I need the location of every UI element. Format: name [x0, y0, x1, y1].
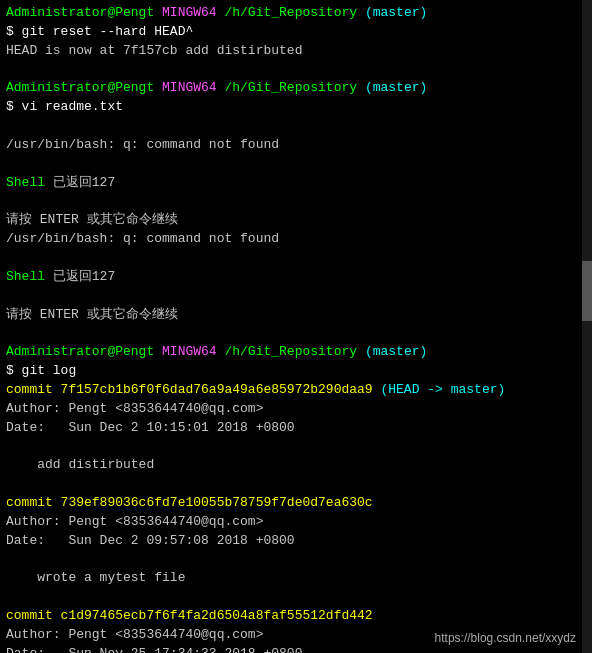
- terminal-text: /usr/bin/bash: q: command not found: [6, 231, 279, 246]
- terminal-text: Author: Pengt <8353644740@qq.com>: [6, 514, 263, 529]
- terminal-text: MINGW64: [162, 5, 217, 20]
- terminal-text: Shell: [6, 175, 53, 190]
- scrollbar-thumb[interactable]: [582, 261, 592, 321]
- terminal-line: add distirbuted: [6, 456, 586, 475]
- terminal-line: HEAD is now at 7f157cb add distirbuted: [6, 42, 586, 61]
- terminal-text: commit c1d97465ecb7f6f4fa2d6504a8faf5551…: [6, 608, 373, 623]
- terminal-text: (master): [365, 80, 427, 95]
- terminal-text: (master): [365, 344, 427, 359]
- terminal-text: Administrator@Pengt: [6, 80, 162, 95]
- terminal-text: 已返回127: [53, 269, 115, 284]
- terminal-text: Date: Sun Dec 2 10:15:01 2018 +0800: [6, 420, 295, 435]
- terminal-line: /usr/bin/bash: q: command not found: [6, 230, 586, 249]
- terminal-line: commit 7f157cb1b6f0f6dad76a9a49a6e85972b…: [6, 381, 586, 400]
- terminal-line: Shell 已返回127: [6, 268, 586, 287]
- terminal-line: wrote a mytest file: [6, 569, 586, 588]
- watermark: https://blog.csdn.net/xxydz: [435, 631, 576, 645]
- terminal-line: [6, 249, 586, 268]
- terminal-text: commit 739ef89036c6fd7e10055b78759f7de0d…: [6, 495, 373, 510]
- terminal-text: $ git log: [6, 363, 76, 378]
- terminal-text: MINGW64: [162, 344, 217, 359]
- terminal-line: $ vi readme.txt: [6, 98, 586, 117]
- terminal-line: commit c1d97465ecb7f6f4fa2d6504a8faf5551…: [6, 607, 586, 626]
- terminal-text: Administrator@Pengt: [6, 5, 162, 20]
- terminal-line: Date: Sun Nov 25 17:34:33 2018 +0800: [6, 645, 586, 653]
- terminal-line: Author: Pengt <8353644740@qq.com>: [6, 400, 586, 419]
- terminal-text: commit 7f157cb1b6f0f6dad76a9a49a6e85972b…: [6, 382, 380, 397]
- terminal-text: wrote a mytest file: [6, 570, 185, 585]
- terminal-text: /usr/bin/bash: q: command not found: [6, 137, 279, 152]
- terminal-line: [6, 192, 586, 211]
- terminal-text: /h/Git_Repository: [217, 5, 365, 20]
- terminal-line: commit 739ef89036c6fd7e10055b78759f7de0d…: [6, 494, 586, 513]
- terminal-line: 请按 ENTER 或其它命令继续: [6, 211, 586, 230]
- terminal-text: Shell: [6, 269, 53, 284]
- terminal-text: /h/Git_Repository: [217, 80, 365, 95]
- terminal-text: 请按 ENTER 或其它命令继续: [6, 307, 178, 322]
- terminal-text: (HEAD -> master): [380, 382, 505, 397]
- terminal-text: MINGW64: [162, 80, 217, 95]
- terminal-text: $ git reset --hard HEAD^: [6, 24, 193, 39]
- terminal-line: Administrator@Pengt MINGW64 /h/Git_Repos…: [6, 79, 586, 98]
- terminal-text: Date: Sun Dec 2 09:57:08 2018 +0800: [6, 533, 295, 548]
- terminal-text: /h/Git_Repository: [217, 344, 365, 359]
- terminal-line: Administrator@Pengt MINGW64 /h/Git_Repos…: [6, 4, 586, 23]
- terminal-text: Administrator@Pengt: [6, 344, 162, 359]
- terminal-line: Date: Sun Dec 2 10:15:01 2018 +0800: [6, 419, 586, 438]
- terminal-line: [6, 324, 586, 343]
- terminal-text: (master): [365, 5, 427, 20]
- terminal-text: 已返回127: [53, 175, 115, 190]
- terminal-line: [6, 588, 586, 607]
- terminal-line: Administrator@Pengt MINGW64 /h/Git_Repos…: [6, 343, 586, 362]
- terminal-line: $ git reset --hard HEAD^: [6, 23, 586, 42]
- terminal-line: [6, 61, 586, 80]
- scrollbar[interactable]: [582, 0, 592, 653]
- terminal-text: $ vi readme.txt: [6, 99, 123, 114]
- terminal: Administrator@Pengt MINGW64 /h/Git_Repos…: [0, 0, 592, 653]
- terminal-line: [6, 550, 586, 569]
- terminal-line: [6, 437, 586, 456]
- terminal-line: [6, 155, 586, 174]
- terminal-line: Shell 已返回127: [6, 174, 586, 193]
- terminal-line: /usr/bin/bash: q: command not found: [6, 136, 586, 155]
- terminal-text: 请按 ENTER 或其它命令继续: [6, 212, 178, 227]
- terminal-text: Author: Pengt <8353644740@qq.com>: [6, 401, 263, 416]
- terminal-text: Date: Sun Nov 25 17:34:33 2018 +0800: [6, 646, 302, 653]
- terminal-line: [6, 117, 586, 136]
- terminal-text: Author: Pengt <8353644740@qq.com>: [6, 627, 263, 642]
- terminal-line: [6, 287, 586, 306]
- terminal-text: add distirbuted: [6, 457, 154, 472]
- terminal-line: Author: Pengt <8353644740@qq.com>: [6, 513, 586, 532]
- terminal-line: Date: Sun Dec 2 09:57:08 2018 +0800: [6, 532, 586, 551]
- terminal-line: [6, 475, 586, 494]
- terminal-line: $ git log: [6, 362, 586, 381]
- terminal-line: 请按 ENTER 或其它命令继续: [6, 306, 586, 325]
- terminal-text: HEAD is now at 7f157cb add distirbuted: [6, 43, 302, 58]
